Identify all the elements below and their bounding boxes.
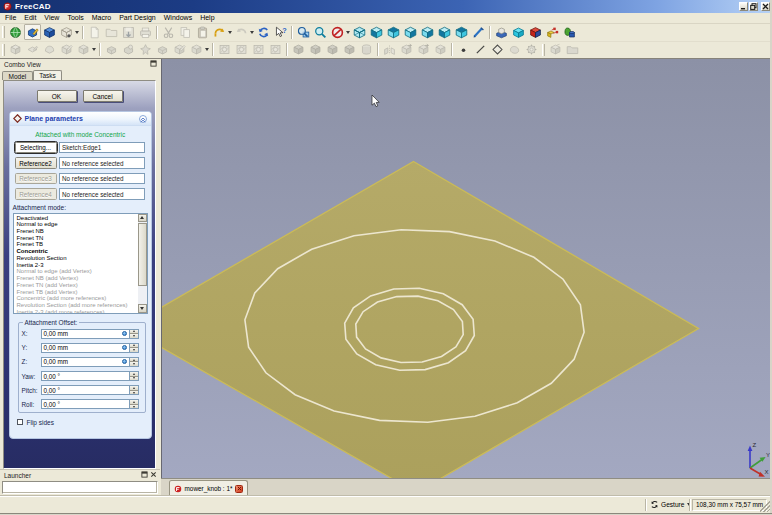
attachment-mode-item[interactable]: Normal to edge bbox=[15, 221, 138, 228]
ok-button[interactable]: OK bbox=[37, 90, 77, 102]
web-globe-icon[interactable] bbox=[7, 24, 24, 40]
tab-close-icon[interactable] bbox=[235, 485, 243, 493]
blue-box-icon[interactable] bbox=[41, 24, 58, 40]
spin-down-icon[interactable] bbox=[130, 391, 138, 395]
spin-down-icon[interactable] bbox=[130, 362, 138, 366]
draw-style-icon[interactable] bbox=[329, 24, 346, 40]
spin-down-icon[interactable] bbox=[130, 334, 138, 338]
ghost-box-icon[interactable] bbox=[58, 24, 75, 40]
primitives-icon[interactable] bbox=[188, 43, 205, 57]
menu-windows[interactable]: Windows bbox=[160, 13, 196, 23]
spin-down-icon[interactable] bbox=[130, 348, 138, 352]
launcher-input[interactable] bbox=[2, 481, 158, 494]
attachment-mode-item[interactable]: Frenet NB bbox=[15, 228, 138, 235]
restore-button[interactable] bbox=[749, 2, 758, 11]
offset-input-yaw[interactable]: 0,00 ° bbox=[41, 371, 139, 382]
list-scrollbar[interactable] bbox=[138, 214, 147, 313]
thickness-icon[interactable] bbox=[341, 43, 358, 57]
document-tab[interactable]: mower_knob : 1* bbox=[169, 480, 249, 496]
cut-scissors-icon[interactable] bbox=[160, 24, 177, 40]
edit-solid-icon[interactable] bbox=[24, 24, 41, 40]
cylinder-tool-icon[interactable] bbox=[358, 43, 375, 57]
datum-line-icon[interactable] bbox=[472, 43, 489, 57]
create-datum-dropdown-icon[interactable] bbox=[92, 42, 97, 58]
menu-macro[interactable]: Macro bbox=[88, 13, 115, 23]
navigation-style-button[interactable]: Gesture bbox=[650, 498, 691, 511]
front-view-icon[interactable] bbox=[368, 24, 385, 40]
edit-sketch-icon[interactable] bbox=[41, 43, 58, 57]
green-blue-shapes-icon[interactable] bbox=[561, 24, 578, 40]
reference-field-2[interactable]: No reference selected bbox=[59, 157, 145, 169]
plane-parameters-header[interactable]: Plane parameters bbox=[10, 112, 152, 126]
create-datum-icon[interactable] bbox=[75, 43, 92, 57]
hole-icon[interactable] bbox=[233, 43, 250, 57]
pad-icon[interactable] bbox=[103, 43, 120, 57]
attachment-mode-item[interactable]: Frenet TN bbox=[15, 235, 138, 242]
scroll-up-icon[interactable] bbox=[138, 214, 147, 223]
attachment-mode-item[interactable]: Frenet TB bbox=[15, 241, 138, 248]
reference-button-4[interactable]: Reference4 bbox=[15, 188, 57, 200]
open-folder-icon[interactable] bbox=[103, 24, 120, 40]
attachment-mode-item[interactable]: Inertia 2-3 bbox=[15, 262, 138, 269]
expression-icon[interactable] bbox=[122, 331, 127, 336]
attachment-mode-item[interactable]: Revolution Section bbox=[15, 255, 138, 262]
fit-all-icon[interactable] bbox=[295, 24, 312, 40]
attachment-mode-list[interactable]: DeactivatedNormal to edgeFrenet NBFrenet… bbox=[13, 213, 148, 314]
red-box-icon[interactable] bbox=[527, 24, 544, 40]
scroll-down-icon[interactable] bbox=[138, 304, 147, 313]
additive-loft-icon[interactable] bbox=[137, 43, 154, 57]
menu-tools[interactable]: Tools bbox=[63, 13, 87, 23]
tray-box-icon[interactable] bbox=[493, 24, 510, 40]
cancel-button[interactable]: Cancel bbox=[83, 90, 123, 102]
undo-icon[interactable] bbox=[211, 24, 228, 40]
chamfer-icon[interactable] bbox=[307, 43, 324, 57]
print-icon[interactable] bbox=[137, 24, 154, 40]
reference-button-2[interactable]: Reference2 bbox=[15, 157, 57, 169]
bottom-view-icon[interactable] bbox=[436, 24, 453, 40]
toolbar-handle[interactable] bbox=[2, 44, 5, 56]
reference-button-1[interactable]: Selecting... bbox=[15, 142, 57, 154]
reference-field-4[interactable]: No reference selected bbox=[59, 188, 145, 200]
attachment-mode-item[interactable]: Deactivated bbox=[15, 215, 138, 222]
measure-distance-icon[interactable] bbox=[470, 24, 487, 40]
axonometric-view-icon[interactable] bbox=[351, 24, 368, 40]
reference-button-3[interactable]: Reference3 bbox=[15, 173, 57, 185]
redo-icon[interactable] bbox=[233, 24, 250, 40]
close-button[interactable] bbox=[761, 2, 770, 11]
polar-pattern-icon[interactable] bbox=[415, 43, 432, 57]
paste-icon[interactable] bbox=[194, 24, 211, 40]
fillet-icon[interactable] bbox=[290, 43, 307, 57]
float-launcher-icon[interactable] bbox=[141, 471, 148, 478]
create-body-icon[interactable] bbox=[7, 43, 24, 57]
datum-plane-icon[interactable] bbox=[489, 43, 506, 57]
refresh-icon[interactable] bbox=[255, 24, 272, 40]
zoom-icon[interactable] bbox=[312, 24, 329, 40]
offset-input-y[interactable]: 0,00 mm bbox=[41, 343, 139, 354]
menu-help[interactable]: Help bbox=[196, 13, 218, 23]
toolbar-handle[interactable] bbox=[542, 44, 545, 56]
menu-part-design[interactable]: Part Design bbox=[115, 13, 160, 23]
float-dock-icon[interactable] bbox=[150, 60, 157, 67]
save-icon[interactable] bbox=[120, 24, 137, 40]
reference-field-3[interactable]: No reference selected bbox=[59, 173, 145, 185]
pocket-icon[interactable] bbox=[216, 43, 233, 57]
minimize-button[interactable] bbox=[739, 2, 748, 11]
cyan-box-icon[interactable] bbox=[510, 24, 527, 40]
top-view-icon[interactable] bbox=[385, 24, 402, 40]
explode-boxes-icon[interactable] bbox=[544, 24, 561, 40]
revolution-icon[interactable] bbox=[120, 43, 137, 57]
toolbar-handle[interactable] bbox=[2, 26, 5, 38]
tab-tasks[interactable]: Tasks bbox=[33, 70, 63, 80]
datum-point-icon[interactable] bbox=[455, 43, 472, 57]
map-sketch-icon[interactable] bbox=[58, 43, 75, 57]
menu-edit[interactable]: Edit bbox=[20, 13, 40, 23]
primitives-dropdown-icon[interactable] bbox=[205, 42, 210, 58]
offset-input-pitch[interactable]: 0,00 ° bbox=[41, 385, 139, 396]
spin-down-icon[interactable] bbox=[130, 405, 138, 409]
clone-icon[interactable] bbox=[523, 43, 540, 57]
additive-pipe-icon[interactable] bbox=[154, 43, 171, 57]
create-sketch-icon[interactable] bbox=[24, 43, 41, 57]
menu-file[interactable]: File bbox=[1, 13, 20, 23]
rear-view-icon[interactable] bbox=[419, 24, 436, 40]
right-view-icon[interactable] bbox=[402, 24, 419, 40]
